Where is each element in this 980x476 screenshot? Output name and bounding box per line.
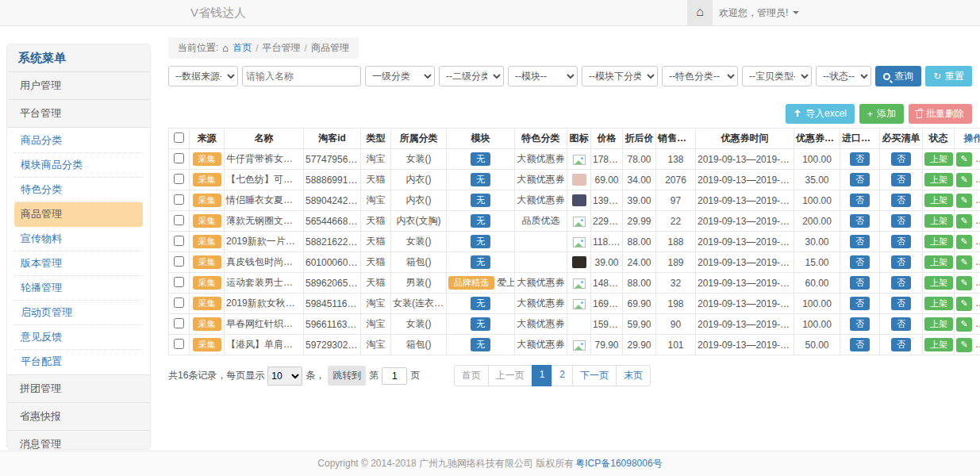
module-badge[interactable]: 无 bbox=[471, 338, 490, 351]
status-select[interactable]: --状态-- bbox=[816, 66, 871, 86]
status-badge[interactable]: 上架 bbox=[924, 235, 953, 248]
item-type-select[interactable]: --宝贝类型-- bbox=[742, 66, 812, 86]
module-badge[interactable]: 无 bbox=[471, 173, 490, 186]
must-buy-toggle-button[interactable]: 否 bbox=[891, 152, 911, 166]
edit-button[interactable]: ✎ bbox=[956, 276, 972, 290]
sidebar-group-1[interactable]: 平台管理 bbox=[7, 99, 150, 127]
must-buy-toggle-button[interactable]: 否 bbox=[891, 214, 911, 228]
edit-button[interactable]: ✎ bbox=[956, 235, 972, 249]
data-source-select[interactable]: --数据来源-- bbox=[168, 66, 238, 86]
edit-button[interactable]: ✎ bbox=[956, 194, 972, 208]
row-checkbox[interactable] bbox=[174, 256, 184, 267]
must-buy-toggle-button[interactable]: 否 bbox=[891, 194, 911, 207]
import-excel-button[interactable]: 导入excel bbox=[786, 104, 855, 124]
icp-link[interactable]: 粤ICP备16098006号 bbox=[575, 457, 662, 470]
module-badge[interactable]: 无 bbox=[471, 297, 490, 310]
must-buy-toggle-button[interactable]: 否 bbox=[891, 317, 911, 331]
module-badge[interactable]: 无 bbox=[471, 194, 490, 207]
edit-button[interactable]: ✎ bbox=[956, 152, 972, 167]
module-badge[interactable]: 品牌精选 bbox=[448, 276, 494, 290]
import-toggle-button[interactable]: 否 bbox=[850, 152, 870, 166]
row-checkbox[interactable] bbox=[174, 174, 184, 184]
page-button-4[interactable]: 下一页 bbox=[572, 365, 617, 386]
home-icon[interactable]: ⌂ bbox=[687, 0, 713, 25]
jump-button[interactable]: 跳转到 bbox=[328, 366, 366, 386]
name-input[interactable] bbox=[242, 66, 361, 86]
jump-page-input[interactable] bbox=[382, 367, 407, 385]
must-buy-toggle-button[interactable]: 否 bbox=[891, 297, 911, 310]
reset-button[interactable]: ↻ 重置 bbox=[925, 66, 972, 86]
batch-delete-button[interactable]: 批量删除 bbox=[909, 104, 972, 124]
edit-button[interactable]: ✎ bbox=[956, 317, 972, 332]
status-badge[interactable]: 上架 bbox=[924, 338, 953, 351]
select-all-checkbox[interactable] bbox=[174, 132, 184, 143]
sidebar-group-13[interactable]: 省惠快报 bbox=[7, 402, 150, 430]
row-checkbox[interactable] bbox=[174, 194, 184, 205]
category1-select[interactable]: 一级分类 bbox=[365, 66, 435, 86]
status-badge[interactable]: 上架 bbox=[924, 152, 953, 166]
sidebar-item-4[interactable]: 特色分类 bbox=[14, 178, 143, 202]
sidebar-item-7[interactable]: 版本管理 bbox=[14, 251, 143, 276]
must-buy-toggle-button[interactable]: 否 bbox=[891, 173, 911, 186]
status-badge[interactable]: 上架 bbox=[924, 276, 953, 290]
status-badge[interactable]: 上架 bbox=[924, 194, 953, 207]
status-badge[interactable]: 上架 bbox=[924, 214, 953, 228]
user-menu[interactable]: 欢迎您，管理员! bbox=[719, 0, 799, 25]
sidebar-group-14[interactable]: 消息管理 bbox=[7, 430, 150, 450]
row-checkbox[interactable] bbox=[174, 153, 184, 163]
sidebar-item-11[interactable]: 平台配置 bbox=[14, 350, 143, 374]
must-buy-toggle-button[interactable]: 否 bbox=[891, 255, 911, 269]
sidebar-item-2[interactable]: 商品分类 bbox=[14, 129, 143, 153]
row-checkbox[interactable] bbox=[174, 277, 184, 287]
module-badge[interactable]: 无 bbox=[471, 255, 490, 269]
page-button-1[interactable]: 上一页 bbox=[488, 365, 532, 386]
row-checkbox[interactable] bbox=[174, 236, 184, 246]
sidebar-group-12[interactable]: 拼团管理 bbox=[7, 374, 150, 402]
sidebar-item-8[interactable]: 轮播管理 bbox=[14, 276, 143, 301]
import-toggle-button[interactable]: 否 bbox=[850, 235, 870, 248]
import-toggle-button[interactable]: 否 bbox=[850, 214, 870, 228]
module-subcategory-select[interactable]: --模块下分类-- bbox=[582, 66, 658, 86]
sidebar-item-6[interactable]: 宣传物料 bbox=[14, 227, 143, 251]
module-badge[interactable]: 无 bbox=[471, 235, 490, 248]
import-toggle-button[interactable]: 否 bbox=[850, 297, 870, 310]
must-buy-toggle-button[interactable]: 否 bbox=[891, 338, 911, 351]
import-toggle-button[interactable]: 否 bbox=[850, 194, 870, 207]
edit-button[interactable]: ✎ bbox=[956, 297, 972, 311]
page-button-2[interactable]: 1 bbox=[532, 365, 553, 386]
import-toggle-button[interactable]: 否 bbox=[850, 276, 870, 290]
sidebar-item-10[interactable]: 意见反馈 bbox=[14, 325, 143, 350]
module-select[interactable]: --模块-- bbox=[508, 66, 578, 86]
edit-button[interactable]: ✎ bbox=[956, 214, 972, 228]
module-badge[interactable]: 无 bbox=[471, 214, 490, 228]
sidebar-item-5[interactable]: 商品管理 bbox=[14, 202, 143, 227]
status-badge[interactable]: 上架 bbox=[924, 173, 953, 186]
row-checkbox[interactable] bbox=[174, 339, 184, 349]
search-button[interactable]: 查询 bbox=[875, 66, 921, 86]
edit-button[interactable]: ✎ bbox=[956, 173, 972, 187]
import-toggle-button[interactable]: 否 bbox=[850, 338, 870, 351]
page-button-5[interactable]: 末页 bbox=[616, 365, 651, 386]
module-badge[interactable]: 无 bbox=[471, 152, 490, 166]
status-badge[interactable]: 上架 bbox=[924, 317, 953, 331]
page-button-3[interactable]: 2 bbox=[551, 365, 573, 386]
status-badge[interactable]: 上架 bbox=[924, 255, 953, 269]
row-checkbox[interactable] bbox=[174, 215, 184, 225]
feature-category-select[interactable]: --特色分类-- bbox=[662, 66, 738, 86]
add-button[interactable]: + 添加 bbox=[859, 104, 904, 124]
row-checkbox[interactable] bbox=[174, 318, 184, 328]
edit-button[interactable]: ✎ bbox=[956, 338, 972, 352]
row-checkbox[interactable] bbox=[174, 298, 184, 308]
page-size-select[interactable]: 10 bbox=[267, 367, 302, 386]
category2-select[interactable]: --二级分类-- bbox=[439, 66, 504, 86]
edit-button[interactable]: ✎ bbox=[956, 255, 972, 270]
import-toggle-button[interactable]: 否 bbox=[850, 317, 870, 331]
module-badge[interactable]: 无 bbox=[471, 317, 490, 331]
status-badge[interactable]: 上架 bbox=[924, 297, 953, 310]
must-buy-toggle-button[interactable]: 否 bbox=[891, 276, 911, 290]
breadcrumb-home-link[interactable]: 首页 bbox=[233, 41, 252, 55]
sidebar-group-0[interactable]: 用户管理 bbox=[7, 71, 150, 99]
must-buy-toggle-button[interactable]: 否 bbox=[891, 235, 911, 248]
import-toggle-button[interactable]: 否 bbox=[850, 173, 870, 186]
import-toggle-button[interactable]: 否 bbox=[850, 255, 870, 269]
